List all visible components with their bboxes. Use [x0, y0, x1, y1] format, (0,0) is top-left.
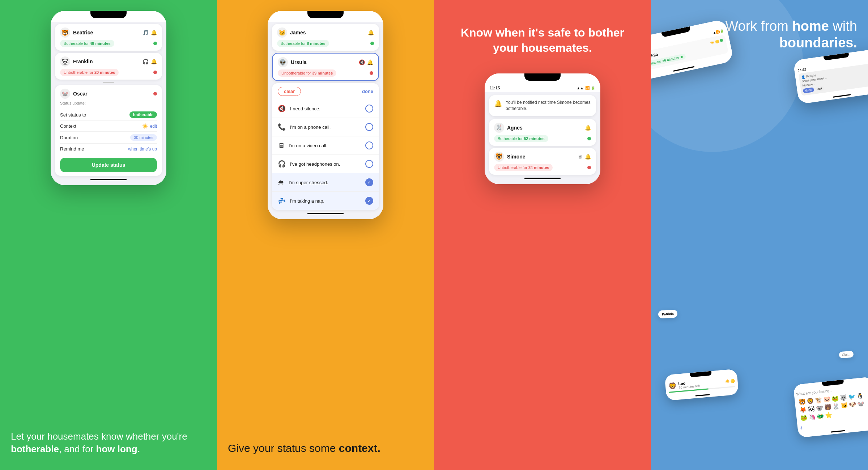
agnes-status: Botherable for 52 minutes [494, 135, 548, 142]
headphones-radio[interactable] [365, 160, 373, 168]
avatar-ursula: 👽 [278, 57, 288, 67]
context-edit-link[interactable]: edit [150, 124, 157, 129]
contact-beatrice[interactable]: 🐯 Beatrice 🎵 🔔 Botherable for 48 minutes [55, 24, 162, 51]
context-item-nap[interactable]: 💤 I'm taking a nap. ✓ [272, 192, 379, 210]
nap-text: I'm taking a nap. [290, 198, 324, 204]
contact-agnes[interactable]: 🐰 Agnes 🔔 Botherable for 52 minutes [489, 119, 596, 146]
panel-blue: Work from home with boundaries. 11:18 ▲📶… [651, 0, 868, 470]
ursula-status-badge: Unbotherable for 39 minutes [278, 69, 336, 77]
angled-phone-leo: 🦁 Leo 30 minutes left ☀️ 🟡 [664, 369, 739, 401]
duration-value: 30 minutes [130, 134, 157, 141]
context-picker: clear done 🔇 I need silence. 📞 I'm on a … [272, 83, 379, 210]
contact-icons-agnes: 🔔 [585, 125, 591, 131]
context-item-stressed[interactable]: 🌧 I'm super stressed. ✓ [272, 173, 379, 192]
james-dot [370, 42, 374, 45]
contact-name-ursula: Ursula [291, 59, 307, 65]
video-call-text: I'm on a video call. [289, 143, 327, 148]
james-status-badge: Botherable for 8 minutes [277, 40, 329, 47]
update-status-button[interactable]: Update status [60, 158, 157, 172]
contact-name-agnes: Agnes [507, 125, 523, 131]
form-row-remind[interactable]: Remind me when time's up [60, 144, 157, 154]
contact-icons-james: 🔔 [368, 30, 374, 35]
status-dot-franklin [153, 71, 157, 74]
form-row-duration[interactable]: Duration 30 minutes [60, 132, 157, 144]
nap-icon: 💤 [278, 197, 286, 205]
status-badge-franklin: Unbotherable for 20 minutes [60, 69, 119, 76]
simone-dot [587, 166, 591, 169]
context-item-silence[interactable]: 🔇 I need silence. [272, 99, 379, 118]
contact-name-beatrice: Beatrice [73, 30, 93, 35]
home-bar-3 [524, 178, 561, 179]
nap-radio[interactable]: ✓ [365, 197, 373, 205]
avatar-agnes: 🐰 [494, 123, 504, 133]
caption-3: Know when it's safe to bother your house… [434, 11, 651, 66]
caption-1: Let your housemates know whether you're … [11, 430, 206, 456]
form-row-status[interactable]: Set status to botherable [60, 109, 157, 121]
panel-yellow: 🐱 James 🔔 Botherable for 8 minutes 👽 [217, 0, 434, 470]
done-button[interactable]: done [362, 89, 373, 94]
patricia-card: Patricia [658, 310, 677, 319]
emoji-phone: What are you feeling... 🐯🦁🐮🐷 🐸🐺🐦🐧 🦊🐼🐨🐻 🐰… [793, 377, 868, 438]
silence-icon: 🔇 [278, 105, 286, 113]
contact-james[interactable]: 🐱 James 🔔 Botherable for 8 minutes [272, 24, 379, 51]
virginia-name: Virginia [651, 52, 658, 59]
phone-call-text: I'm on a phone call. [290, 124, 331, 130]
contact-name-james: James [290, 30, 306, 35]
contact-ursula[interactable]: 👽 Ursula 🔇 🔔 Unbotherable for 39 minutes [272, 53, 379, 81]
context-sun-icon: ☀️ [142, 123, 148, 129]
silence-radio[interactable] [365, 105, 373, 113]
status-bar-3: 11:15 ▲▲ 📶 🔋 [485, 84, 600, 92]
clar-card: Clar... [839, 351, 854, 359]
contact-name-franklin: Franklin [73, 59, 93, 64]
avatar-simone: 🐯 [494, 152, 504, 162]
ursula-dot [370, 71, 373, 75]
context-item-phone[interactable]: 📞 I'm on a phone call. [272, 118, 379, 136]
done-badge: done [803, 87, 814, 93]
agnes-dot [587, 137, 591, 140]
stressed-icon: 🌧 [278, 179, 284, 186]
contact-franklin[interactable]: 🐼 Franklin 🎧 🔔 Unbotherable for 20 minut… [55, 53, 162, 80]
bg-circle [651, 0, 803, 152]
contact-icons-simone: 🖥 🔔 [578, 154, 591, 160]
set-status-label: Set status to [60, 112, 86, 118]
oscar-red-dot [153, 92, 157, 96]
set-status-value: botherable [129, 111, 157, 118]
headphones-icon: 🎧 [278, 160, 286, 168]
panel-green: 🐯 Beatrice 🎵 🔔 Botherable for 48 minutes [0, 0, 217, 470]
video-call-icon: 🖥 [278, 142, 284, 149]
contact-icons-ursula: 🔇 🔔 [359, 59, 373, 65]
contact-icons-beatrice: 🎵 🔔 [142, 30, 157, 35]
home-bar-1 [90, 179, 127, 180]
contact-icons-franklin: 🎧 🔔 [142, 59, 157, 64]
status-badge-beatrice: Botherable for 48 minutes [60, 40, 114, 47]
stressed-text: I'm super stressed. [289, 180, 328, 185]
duration-label: Duration [60, 135, 78, 140]
context-item-headphones[interactable]: 🎧 I've got headphones on. [272, 155, 379, 173]
remind-label: Remind me [60, 146, 84, 152]
caption-2: Give your status some context. [228, 441, 423, 456]
headphones-text: I've got headphones on. [290, 161, 340, 167]
contact-name-oscar: Oscar [73, 91, 88, 97]
simone-status: Unbotherable for 34 minutes [494, 164, 553, 171]
clear-button[interactable]: clear [278, 87, 301, 96]
notification-text: You'll be notified next time Simone beco… [506, 99, 591, 112]
stressed-radio[interactable]: ✓ [365, 178, 373, 186]
form-label: Status update: [60, 101, 157, 105]
scroll-indicator [103, 82, 114, 83]
video-radio[interactable] [365, 141, 373, 149]
silence-text: I need silence. [290, 106, 320, 111]
time-3: 11:15 [490, 86, 500, 90]
phone-2: 🐱 James 🔔 Botherable for 8 minutes 👽 [268, 11, 383, 219]
phone-radio[interactable] [365, 123, 373, 131]
context-picker-header: clear done [272, 83, 379, 99]
contact-name-simone: Simone [507, 154, 526, 160]
phone-3: 11:15 ▲▲ 📶 🔋 🔔 You'll be notified next t… [485, 73, 600, 184]
contact-simone[interactable]: 🐯 Simone 🖥 🔔 Unbotherable for 34 minutes [489, 148, 596, 175]
phone-call-icon: 📞 [278, 123, 286, 131]
context-item-video[interactable]: 🖥 I'm on a video call. [272, 136, 379, 155]
avatar-beatrice: 🐯 [60, 27, 70, 38]
form-row-context[interactable]: Context ☀️ edit [60, 121, 157, 132]
panel-red: Know when it's safe to bother your house… [434, 0, 651, 470]
avatar-james: 🐱 [277, 27, 287, 38]
avatar-franklin: 🐼 [60, 56, 70, 67]
